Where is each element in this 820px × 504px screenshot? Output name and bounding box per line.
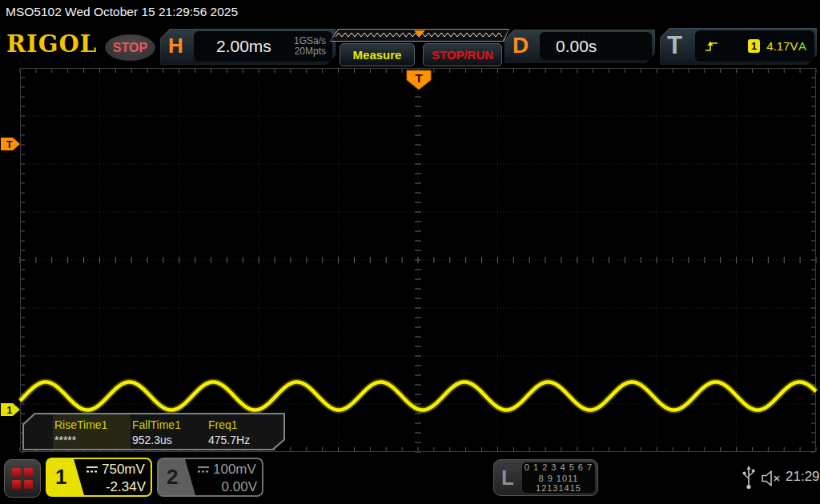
speaker-muted-icon bbox=[762, 470, 782, 486]
logic-row2: 8 9 1011 12131415 bbox=[522, 474, 595, 493]
delay-value: 0.00s bbox=[540, 37, 597, 56]
delay-label: D bbox=[512, 33, 529, 58]
channel1-ground-marker-label: 1 bbox=[7, 405, 13, 416]
trigger-source-badge: 1 bbox=[748, 39, 760, 53]
trigger-label: T bbox=[667, 31, 682, 60]
meas-name: Freq1 bbox=[207, 414, 283, 433]
trigger-position-marker-label: T bbox=[415, 71, 422, 85]
menu-grid-icon bbox=[12, 468, 33, 489]
run-state-label: STOP bbox=[113, 41, 147, 55]
channel2-tab: 2 bbox=[159, 459, 195, 495]
horizontal-settings-block[interactable]: H 2.00ms 1GSa/s 20Mpts bbox=[160, 29, 336, 65]
meas-name: RiseTime1 bbox=[53, 414, 131, 433]
usb-icon bbox=[742, 466, 755, 490]
channel1-block[interactable]: 1 750mV -2.34V bbox=[46, 458, 152, 497]
logic-channels-block[interactable]: L 0 1 2 3 4 5 6 7 8 9 1011 12131415 bbox=[493, 459, 598, 496]
oscilloscope-screen: MSO5102 Wed October 15 21:29:56 2025 RIG… bbox=[0, 0, 820, 504]
trigger-sweep-mode: A bbox=[798, 39, 806, 53]
meas-blank-cell bbox=[24, 433, 53, 449]
channel1-scale: 750mV bbox=[102, 461, 145, 478]
trigger-block[interactable]: T 1 4.17V A bbox=[660, 28, 817, 65]
stop-run-button[interactable]: STOP/RUN bbox=[423, 43, 502, 66]
trigger-level-marker-label: T bbox=[6, 139, 13, 150]
dc-coupling-icon bbox=[197, 465, 210, 474]
status-clock: 21:29 bbox=[786, 469, 820, 485]
meas-name: FallTime1 bbox=[131, 414, 207, 433]
position-zigzag bbox=[331, 30, 508, 41]
edge-trigger-icon bbox=[705, 40, 719, 53]
channel1-offset: -2.34V bbox=[86, 478, 146, 496]
memory-depth: 20Mpts bbox=[295, 46, 326, 57]
measure-button[interactable]: Measure bbox=[340, 43, 415, 66]
timebase-value: 2.00ms bbox=[194, 37, 271, 56]
quick-menu-button[interactable] bbox=[4, 459, 41, 498]
measurement-panel[interactable]: RiseTime1 FallTime1 Freq1 ***** 952.3us … bbox=[22, 413, 285, 450]
graticule: T T 1 bbox=[0, 68, 820, 453]
run-state-badge: STOP bbox=[105, 34, 155, 61]
meas-value: 952.3us bbox=[131, 433, 207, 449]
channel2-block[interactable]: 2 100mV 0.00V bbox=[157, 458, 263, 497]
sample-rate: 1GSa/s bbox=[294, 35, 326, 46]
position-marker-icon[interactable] bbox=[414, 30, 425, 37]
channel2-number: 2 bbox=[167, 465, 178, 490]
model-and-datetime: MSO5102 Wed October 15 21:29:56 2025 bbox=[0, 0, 820, 24]
logic-label: L bbox=[494, 460, 521, 495]
trigger-level-marker[interactable]: T bbox=[1, 138, 20, 150]
rigol-logo: RIGOL bbox=[6, 30, 97, 58]
channel1-number: 1 bbox=[55, 465, 66, 490]
channel1-ground-marker[interactable]: 1 bbox=[1, 403, 20, 416]
meas-value: ***** bbox=[53, 433, 131, 449]
channel2-offset: 0.00V bbox=[197, 478, 257, 496]
meas-value: 475.7Hz bbox=[207, 433, 283, 449]
channel2-scale: 100mV bbox=[213, 461, 256, 478]
dc-coupling-icon bbox=[86, 465, 98, 474]
horizontal-label: H bbox=[168, 34, 183, 58]
logic-row1: 0 1 2 3 4 5 6 7 bbox=[522, 462, 595, 472]
channel1-tab: 1 bbox=[47, 459, 84, 495]
delay-block[interactable]: D 0.00s bbox=[504, 30, 655, 63]
trigger-level-value: 4.17V bbox=[766, 39, 798, 53]
measurement-grid: RiseTime1 FallTime1 Freq1 ***** 952.3us … bbox=[24, 414, 283, 449]
stop-run-button-label: STOP/RUN bbox=[432, 48, 493, 62]
measure-button-label: Measure bbox=[353, 48, 402, 62]
horizontal-position-bar[interactable] bbox=[330, 29, 509, 42]
trigger-position-marker[interactable]: T bbox=[407, 70, 431, 90]
